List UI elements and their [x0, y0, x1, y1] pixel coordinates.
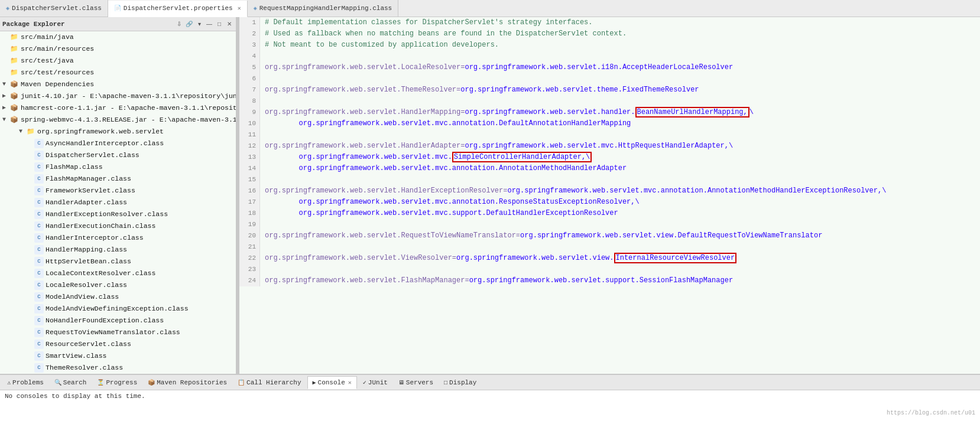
collapse-all-button[interactable]: ⇩	[175, 20, 183, 28]
line-number: 8	[239, 96, 260, 107]
tree-item-junit[interactable]: ▶📦junit-4.10.jar - E:\apache-maven-3.1.1…	[0, 90, 236, 102]
line-content: org.springframework.web.servlet.FlashMap…	[260, 275, 980, 286]
tree-label: spring-webmvc-4.1.3.RELEASE.jar - E:\apa…	[21, 115, 236, 125]
bottom-tab-icon: 📦	[148, 379, 155, 386]
tree-icon-class: C	[34, 292, 44, 302]
line-content: org.springframework.web.servlet.HandlerM…	[260, 107, 980, 118]
line-number: 11	[239, 129, 260, 141]
tree-label: DispatcherServlet.class	[46, 150, 139, 161]
link-editor-button[interactable]: 🔗	[185, 20, 193, 28]
tree-item-FlashMapManager[interactable]: CFlashMapManager.class	[0, 173, 236, 185]
code-line-22: 22org.springframework.web.servlet.ViewRe…	[239, 253, 980, 264]
code-line-5: 5org.springframework.web.servlet.LocaleR…	[239, 62, 980, 73]
line-number: 2	[239, 28, 260, 40]
code-line-13: 13 org.springframework.web.servlet.mvc.S…	[239, 152, 980, 163]
tree-icon-class: C	[34, 186, 44, 195]
tree-item-hamcrest[interactable]: ▶📦hamcrest-core-1.1.jar - E:\apache-mave…	[0, 102, 236, 114]
tab-dispatcher-props[interactable]: 📄 DispatcherServlet.properties ✕	[108, 1, 248, 17]
tree-item-HttpServletBean[interactable]: CHttpServletBean.class	[0, 256, 236, 267]
bottom-tab-servers[interactable]: 🖥Servers	[394, 376, 438, 389]
tree-item-maven-dependencies[interactable]: ▼📦Maven Dependencies	[0, 79, 236, 90]
bottom-tab-maven-repos[interactable]: 📦Maven Repositories	[143, 376, 232, 389]
bottom-tab-label: Search	[63, 379, 87, 386]
minimize-button[interactable]: —	[205, 20, 213, 28]
panel-menu-button[interactable]: ▾	[195, 20, 203, 28]
line-number: 7	[239, 84, 260, 96]
tree-item-ModelAndView[interactable]: CModelAndView.class	[0, 291, 236, 303]
tree-icon-class: C	[34, 221, 44, 231]
bottom-tab-problems[interactable]: ⚠Problems	[2, 376, 48, 389]
tree-item-LocaleContextResolver[interactable]: CLocaleContextResolver.class	[0, 267, 236, 279]
tree-item-HandlerAdapter[interactable]: CHandlerAdapter.class	[0, 197, 236, 208]
bottom-tab-call-hierarchy[interactable]: 📋Call Hierarchy	[233, 376, 306, 389]
tab-requestmapping[interactable]: ◈ RequestMappingHandlerMapping.class	[248, 0, 398, 17]
tree-item-src-test-resources[interactable]: 📁src/test/resources	[0, 67, 236, 79]
line-number: 22	[239, 253, 260, 264]
tree-item-SmartView[interactable]: CSmartView.class	[0, 350, 236, 362]
tree-item-DispatcherServlet-class[interactable]: CDispatcherServlet.class	[0, 149, 236, 161]
tree-label: ThemeResolver.class	[46, 363, 123, 373]
class-icon: ◈	[6, 5, 9, 12]
tree-item-FrameworkServlet[interactable]: CFrameworkServlet.class	[0, 185, 236, 197]
tree-item-HandlerExceptionResolver[interactable]: CHandlerExceptionResolver.class	[0, 208, 236, 220]
bottom-tab-search[interactable]: 🔍Search	[50, 376, 92, 389]
maximize-button[interactable]: □	[215, 20, 223, 28]
tree-item-HandlerInterceptor[interactable]: CHandlerInterceptor.class	[0, 232, 236, 244]
bottom-tab-display[interactable]: □Display	[439, 376, 481, 389]
tree-item-src-main-resources[interactable]: 📁src/main/resources	[0, 43, 236, 55]
tree-icon-class: C	[34, 245, 44, 254]
tree-icon-jar: 📦	[9, 92, 19, 101]
tree-label: HandlerAdapter.class	[46, 197, 127, 208]
tree-label: HandlerExceptionResolver.class	[46, 209, 168, 220]
tree-label: HandlerExecutionChain.class	[46, 221, 155, 231]
tree-item-ModelAndViewDefiningException[interactable]: CModelAndViewDefiningException.class	[0, 303, 236, 315]
tree-item-src-test-java[interactable]: 📁src/test/java	[0, 55, 236, 67]
line-number: 12	[239, 141, 260, 152]
tree-item-org-springframework[interactable]: ▼📁org.springframework.web.servlet	[0, 126, 236, 138]
line-content: org.springframework.web.servlet.mvc.supp…	[260, 208, 980, 219]
tree-icon-class: C	[34, 304, 44, 314]
bottom-tab-progress[interactable]: ⏳Progress	[92, 376, 142, 389]
tree-icon-class: C	[34, 351, 44, 361]
line-content: org.springframework.web.servlet.HandlerE…	[260, 185, 980, 197]
line-number: 14	[239, 163, 260, 174]
tree-item-AsyncHandlerInterceptor[interactable]: CAsyncHandlerInterceptor.class	[0, 138, 236, 149]
tree-icon-class: C	[34, 316, 44, 325]
code-line-15: 15	[239, 174, 980, 185]
tree-item-src-main-java[interactable]: 📁src/main/java	[0, 31, 236, 43]
bottom-tab-console[interactable]: ▶Console✕	[307, 376, 357, 389]
tree-item-HandlerExecutionChain[interactable]: CHandlerExecutionChain.class	[0, 220, 236, 232]
code-line-14: 14 org.springframework.web.servlet.mvc.a…	[239, 163, 980, 174]
line-content: org.springframework.web.servlet.mvc.anno…	[260, 163, 980, 174]
line-number: 13	[239, 152, 260, 163]
tree-item-RequestToViewNameTranslator[interactable]: CRequestToViewNameTranslator.class	[0, 327, 236, 338]
tree-icon-folder: 📁	[9, 56, 19, 66]
tree-item-ThemeResolver[interactable]: CThemeResolver.class	[0, 362, 236, 374]
panel-title: Package Explorer	[2, 21, 65, 28]
bottom-tab-close-icon[interactable]: ✕	[348, 379, 352, 386]
code-editor[interactable]: 1# Default implementation classes for Di…	[239, 17, 980, 374]
code-line-21: 21	[239, 241, 980, 253]
code-line-4: 4	[239, 51, 980, 62]
tree-item-FlashMap[interactable]: CFlashMap.class	[0, 161, 236, 173]
tree-item-LocaleResolver[interactable]: CLocaleResolver.class	[0, 279, 236, 291]
tree-label: SmartView.class	[46, 351, 107, 361]
line-number: 5	[239, 62, 260, 73]
bottom-tab-junit[interactable]: ✓JUnit	[358, 376, 392, 389]
code-line-24: 24org.springframework.web.servlet.FlashM…	[239, 275, 980, 286]
package-tree[interactable]: 📁src/main/java📁src/main/resources📁src/te…	[0, 31, 236, 374]
tab-dispatcher-class[interactable]: ◈ DispatcherServlet.class	[0, 0, 108, 17]
close-panel-button[interactable]: ✕	[225, 20, 233, 28]
tree-item-spring-webmvc[interactable]: ▼📦spring-webmvc-4.1.3.RELEASE.jar - E:\a…	[0, 114, 236, 126]
tab-close-icon[interactable]: ✕	[238, 5, 241, 12]
tree-item-ResourceServlet[interactable]: CResourceServlet.class	[0, 338, 236, 350]
line-number: 3	[239, 40, 260, 51]
code-line-3: 3# Not meant to be customized by applica…	[239, 40, 980, 51]
tree-label: LocaleContextResolver.class	[46, 268, 155, 279]
line-content: org.springframework.web.servlet.HandlerA…	[260, 141, 980, 152]
line-number: 4	[239, 51, 260, 62]
tree-item-HandlerMapping[interactable]: CHandlerMapping.class	[0, 244, 236, 256]
line-content: org.springframework.web.servlet.LocaleRe…	[260, 62, 980, 73]
tree-item-NoHandlerFoundException[interactable]: CNoHandlerFoundException.class	[0, 315, 236, 327]
tree-label: src/test/java	[21, 56, 74, 66]
